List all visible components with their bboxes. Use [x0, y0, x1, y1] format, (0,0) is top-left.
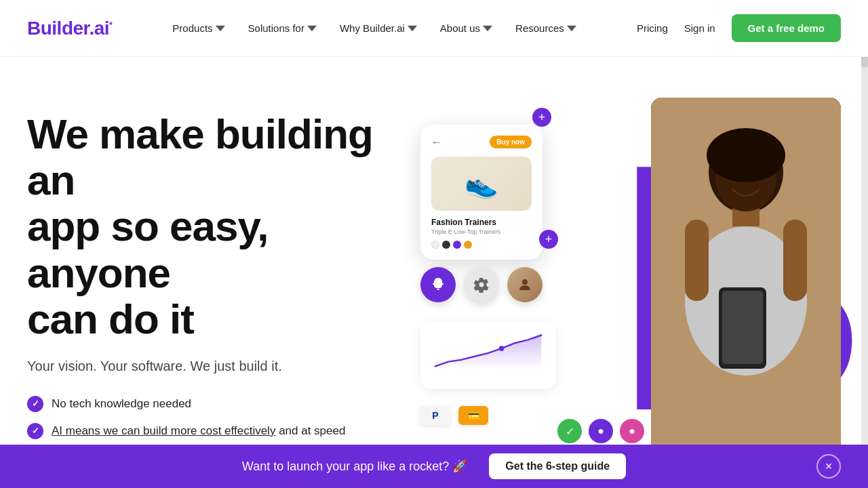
add-icon-2[interactable]: +: [539, 230, 558, 249]
color-option[interactable]: [431, 241, 439, 249]
check-icon-2: [27, 423, 43, 439]
shoe-emoji: 👟: [465, 168, 498, 200]
svg-point-9: [707, 128, 785, 182]
color-option-selected[interactable]: [453, 241, 461, 249]
color-options: [431, 241, 532, 249]
nav-links: Products Solutions for Why Builder.ai Ab…: [163, 17, 585, 39]
banner-cta-button[interactable]: Get the 6-step guide: [489, 453, 626, 479]
logo-text: Builder.ai*: [27, 18, 112, 39]
hero-woman-photo: [651, 98, 841, 488]
svg-rect-4: [685, 220, 709, 301]
hero-visual: B: [407, 98, 841, 464]
nav-resources[interactable]: Resources: [506, 17, 586, 39]
bottom-banner: Want to launch your app like a rocket? 🚀…: [0, 445, 868, 488]
navbar: Builder.ai* Products Solutions for Why B…: [0, 0, 868, 57]
app-card-header: ← Buy now: [431, 136, 532, 148]
add-icon-1[interactable]: +: [532, 108, 551, 127]
woman-silhouette: [651, 98, 841, 488]
banner-close-button[interactable]: ×: [816, 454, 841, 479]
hero-content: We make building an app so easy, anyone …: [27, 98, 407, 488]
hero-feature-2: AI means we can build more cost effectiv…: [27, 423, 407, 439]
avatars-row: [420, 267, 542, 302]
check-row: ✓ ● ●: [557, 419, 644, 443]
banner-text: Want to launch your app like a rocket? 🚀: [242, 459, 468, 474]
nav-pricing-link[interactable]: Pricing: [637, 22, 668, 34]
check-icon-1: [27, 396, 43, 412]
nav-cta-button[interactable]: Get a free demo: [732, 14, 841, 42]
svg-rect-8: [722, 291, 763, 364]
back-arrow-icon: ←: [431, 136, 442, 148]
paypal-icon: P: [420, 406, 450, 425]
color-option[interactable]: [464, 241, 472, 249]
nav-products[interactable]: Products: [163, 17, 234, 39]
check-circle-green: ✓: [557, 419, 582, 443]
nav-about[interactable]: About us: [431, 17, 502, 39]
nav-why[interactable]: Why Builder.ai: [330, 17, 427, 39]
scrollbar[interactable]: [861, 0, 868, 488]
check-circle-pink: ●: [620, 419, 644, 443]
chart-area: 10,55 30,48 50,45 70,40 90,35 110,28 130…: [420, 321, 556, 389]
svg-point-10: [522, 279, 528, 285]
buy-now-button[interactable]: Buy now: [490, 136, 532, 148]
app-card: ← Buy now 👟 Fashion Trainers Triple E Lo…: [420, 125, 542, 260]
check-circle-purple: ●: [589, 419, 613, 443]
avatar-notification: [420, 267, 456, 302]
avatar-person: [507, 267, 542, 302]
hero-title: We make building an app so easy, anyone …: [27, 111, 407, 342]
shoe-image: 👟: [431, 157, 532, 211]
hero-section: We make building an app so easy, anyone …: [0, 57, 868, 488]
avatar-settings: [464, 267, 499, 302]
nav-solutions[interactable]: Solutions for: [239, 17, 326, 39]
ai-cost-link[interactable]: AI means we can build more cost effectiv…: [52, 424, 275, 437]
payment-row: P 💳: [420, 406, 488, 425]
svg-point-12: [499, 346, 505, 351]
logo[interactable]: Builder.ai*: [27, 18, 112, 39]
product-sub: Triple E Low-Top Trainers: [431, 228, 532, 235]
svg-rect-5: [783, 220, 807, 301]
color-option[interactable]: [442, 241, 450, 249]
nav-signin-button[interactable]: Sign in: [684, 22, 715, 34]
hero-feature-1: No tech knowledge needed: [27, 396, 407, 412]
nav-right: Pricing Sign in Get a free demo: [637, 14, 841, 42]
product-name: Fashion Trainers: [431, 218, 532, 227]
hero-subtitle: Your vision. Your software. We just buil…: [27, 359, 407, 374]
card-icon: 💳: [458, 406, 488, 425]
